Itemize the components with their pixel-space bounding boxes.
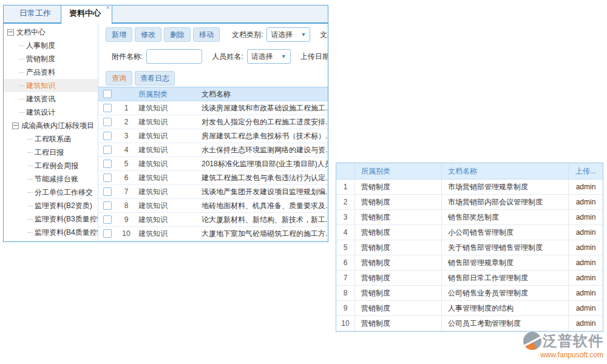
row-doc-name[interactable]: 销售部管理规章制度 <box>442 255 569 270</box>
tree-item[interactable]: 监理资料(B3质量控制) <box>4 212 98 226</box>
table-row[interactable]: 5 建筑知识 2018标准化监理项目部(业主项目部)人员... <box>98 157 328 171</box>
tree-item[interactable]: 监理资料(B2资质) <box>4 199 98 212</box>
chevron-down-icon: ▼ <box>300 32 306 38</box>
tree-connector <box>28 139 33 140</box>
table-row[interactable]: 5 营销制度 关于销售部管理销售管理制度 admin <box>336 240 603 255</box>
table-row[interactable]: 9 营销制度 人事管理制度的结构 admin <box>336 301 603 316</box>
row-checkbox[interactable] <box>103 215 112 224</box>
doc-category-select[interactable]: 请选择 ▼ <box>266 27 310 42</box>
table-row[interactable]: 10 营销制度 公司员工考勤管理制度 admin <box>336 316 603 331</box>
tree-item[interactable]: 工程联系函 <box>4 132 98 146</box>
table-row[interactable]: 4 营销制度 小公司销售管理制度 admin <box>336 225 603 240</box>
table-row[interactable]: 9 建筑知识 论大厦新材料、新结构、新技术，新工... <box>98 213 328 227</box>
tree-item[interactable]: 节能减排台账 <box>4 172 98 186</box>
tree-item[interactable]: 工程例会周报 <box>4 159 98 172</box>
table-row[interactable]: 1 建筑知识 浅谈房屋建筑和市政基础设施工程施工... <box>98 101 328 115</box>
row-doc-name[interactable]: 大厦地下室加气砼墙砌筑工程的施工方... <box>202 229 328 239</box>
tree-item[interactable]: 成渝高铁内江标段项目 <box>4 119 98 132</box>
row-category: 营销制度 <box>355 255 442 270</box>
collapse-minus-icon[interactable] <box>12 123 19 129</box>
row-doc-name[interactable]: 论大厦新材料、新结构、新技术，新工... <box>202 215 328 225</box>
doc-category-value: 请选择 <box>271 30 293 40</box>
tree-item[interactable]: 建筑设计 <box>4 106 98 119</box>
tree-item-label: 监理资料(B2资质) <box>35 199 92 212</box>
row-doc-name[interactable]: 浅谈房屋建筑和市政基础设施工程施工... <box>202 103 328 113</box>
row-checkbox[interactable] <box>103 160 112 168</box>
row-doc-name[interactable]: 销售部日常工作管理制度 <box>442 271 569 285</box>
table-row[interactable]: 3 建筑知识 房屋建筑工程总承包投标书（技术标）... <box>98 129 328 143</box>
documents-table: 所属别类 文档名称 1 建筑知识 浅谈房屋建筑和市政基础设施工程施工... <box>98 87 328 241</box>
row-checkbox[interactable] <box>103 187 112 196</box>
query-button[interactable]: 查询 <box>106 71 132 86</box>
edit-button[interactable]: 修改 <box>135 27 161 42</box>
row-doc-name[interactable]: 2018标准化监理项目部(业主项目部)人员... <box>202 159 328 169</box>
tab-close-icon[interactable]: × <box>106 5 110 11</box>
row-doc-name[interactable]: 地砖地面材料、机具准备、质量要求及... <box>202 201 328 211</box>
row-checkbox[interactable] <box>103 174 112 182</box>
tree-connector <box>19 59 24 59</box>
view-log-button[interactable]: 查看日志 <box>135 71 175 86</box>
row-doc-name[interactable]: 建筑工程施工发包与承包违法行为认定... <box>202 173 328 183</box>
select-all-checkbox[interactable] <box>103 90 112 98</box>
delete-button[interactable]: 删除 <box>164 27 191 42</box>
row-category: 建筑知识 <box>136 201 202 211</box>
row-doc-name[interactable]: 水土保持生态环境监测网络的建设与资... <box>202 145 328 155</box>
row-doc-name[interactable]: 关于销售部管理销售管理制度 <box>442 240 569 255</box>
move-button[interactable]: 移动 <box>193 27 220 42</box>
row-checkbox[interactable] <box>103 229 112 238</box>
tree-item-label: 工程质量控制(地下室) <box>35 239 98 241</box>
table-row[interactable]: 7 建筑知识 浅谈地产集团开发建设项目监理规划编... <box>98 185 328 199</box>
tree-item[interactable]: 分工单位工作移交 <box>4 186 98 199</box>
row-doc-name[interactable]: 市场营销部管理规章制度 <box>442 180 569 194</box>
table-row[interactable]: 6 营销制度 销售部管理规章制度 admin <box>336 255 603 271</box>
row-doc-name[interactable]: 人事管理制度的结构 <box>442 301 569 315</box>
attachment-name-input[interactable] <box>146 49 202 64</box>
table-row[interactable]: 3 营销制度 销售部奖惩制度 admin <box>336 210 603 225</box>
table-row[interactable]: 2 营销制度 市场营销部内部会议管理制度 admin <box>336 195 603 210</box>
chevron-down-icon: ▼ <box>281 53 287 59</box>
tree-item[interactable]: 工程质量控制(地下室) <box>4 239 98 241</box>
tab-daily-work[interactable]: 日常工作 <box>10 5 61 22</box>
documents-table-header: 所属别类 文档名称 <box>98 87 328 101</box>
row-checkbox[interactable] <box>103 104 112 112</box>
tree-item[interactable]: 营销制度 <box>4 52 98 66</box>
row-category: 建筑知识 <box>136 131 202 141</box>
table-row[interactable]: 4 建筑知识 水土保持生态环境监测网络的建设与资... <box>98 143 328 157</box>
tree-item-label: 监理资料(B4质量控制) <box>35 226 98 239</box>
table-row[interactable]: 1 营销制度 市场营销部管理规章制度 admin <box>336 180 603 195</box>
tree-item[interactable]: 文档中心 <box>4 25 98 39</box>
tree-item[interactable]: 建筑资讯 <box>4 92 98 106</box>
row-doc-name[interactable]: 对发包人指定分包的工程施工进度安排... <box>202 117 328 127</box>
tree-item[interactable]: 建筑知识 <box>4 79 98 92</box>
table-row[interactable]: 6 建筑知识 建筑工程施工发包与承包违法行为认定... <box>98 171 328 185</box>
row-doc-name[interactable]: 销售部奖惩制度 <box>442 210 569 224</box>
tree-item-label: 营销制度 <box>26 52 55 66</box>
row-number: 2 <box>336 195 355 209</box>
person-name-select[interactable]: 请选择 ▼ <box>247 49 291 64</box>
row-checkbox[interactable] <box>103 118 112 126</box>
row-checkbox[interactable] <box>103 132 112 140</box>
tree-item[interactable]: 人事制度 <box>4 39 98 52</box>
row-doc-name[interactable]: 市场营销部内部会议管理制度 <box>442 195 569 209</box>
add-button[interactable]: 新增 <box>106 27 132 42</box>
table-row[interactable]: 7 营销制度 销售部日常工作管理制度 admin <box>336 271 603 286</box>
tree-connector <box>19 72 24 73</box>
table-row[interactable]: 2 建筑知识 对发包人指定分包的工程施工进度安排... <box>98 115 328 129</box>
table-row[interactable]: 8 建筑知识 地砖地面材料、机具准备、质量要求及... <box>98 199 328 213</box>
tree-item[interactable]: 工程日报 <box>4 146 98 159</box>
table-row[interactable]: 8 营销制度 公司销售业务员管理制度 admin <box>336 286 603 301</box>
row-number: 4 <box>117 146 136 154</box>
row-doc-name[interactable]: 房屋建筑工程总承包投标书（技术标）... <box>202 131 328 141</box>
row-checkbox[interactable] <box>103 201 112 210</box>
tree-item[interactable]: 产品资料 <box>4 66 98 79</box>
row-checkbox[interactable] <box>103 146 112 154</box>
table-row[interactable]: 10 建筑知识 大厦地下室加气砼墙砌筑工程的施工方... <box>98 227 328 241</box>
tab-data-center[interactable]: 资料中心 × <box>61 5 112 24</box>
row-doc-name[interactable]: 浅谈地产集团开发建设项目监理规划编... <box>202 187 328 197</box>
doc-name-label-partial: 文档 <box>320 30 328 40</box>
row-doc-name[interactable]: 公司销售业务员管理制度 <box>442 286 569 300</box>
row-doc-name[interactable]: 小公司销售管理制度 <box>442 225 569 240</box>
tree-item[interactable]: 监理资料(B4质量控制) <box>4 226 98 239</box>
row-doc-name[interactable]: 公司员工考勤管理制度 <box>442 316 569 331</box>
collapse-minus-icon[interactable] <box>7 29 14 36</box>
